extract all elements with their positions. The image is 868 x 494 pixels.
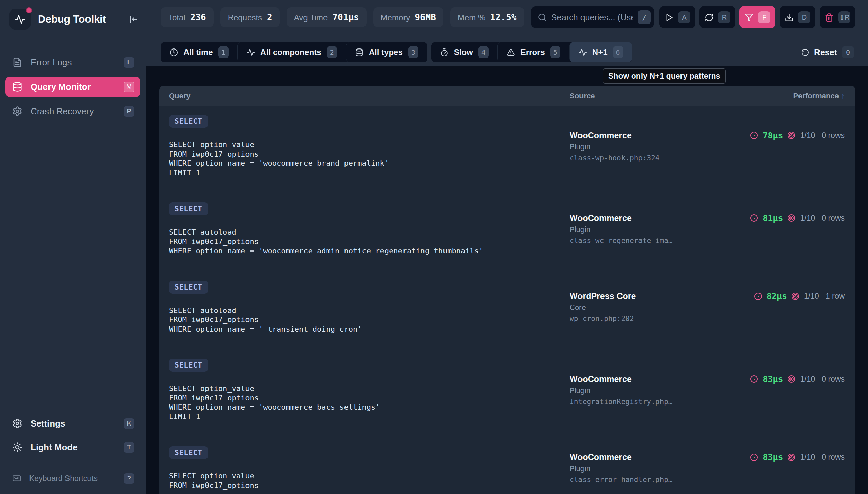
sidebar-item-keyboard-shortcuts[interactable]: Keyboard Shortcuts ? [5, 470, 140, 487]
shortcut-badge: K [124, 418, 134, 429]
refresh-button[interactable]: R [699, 6, 735, 28]
stat-avg-time: Avg Time 701µs [287, 7, 367, 27]
performance-cell: 81µs 1/10 0 rows [750, 213, 845, 223]
source-file: wp-cron.php:202 [570, 314, 636, 323]
filter-all-components[interactable]: All components 2 [237, 42, 346, 62]
stopwatch-icon [440, 48, 448, 57]
column-header-performance[interactable]: Performance ↑ [793, 92, 855, 100]
shortcut-badge: 4 [478, 46, 488, 58]
play-icon [664, 13, 674, 22]
target-icon [787, 131, 795, 139]
sidebar-item-label: Keyboard Shortcuts [29, 474, 116, 483]
table-row[interactable]: SELECT SELECT option_value FROM iwp0c17_… [159, 106, 855, 194]
row-meta: WooCommerce Plugin class-error-handler.p… [570, 446, 845, 490]
dropdown-filters-group: All time 1 All components 2 All types 3 [161, 42, 427, 62]
filter-all-time[interactable]: All time 1 [161, 42, 237, 62]
column-header-query[interactable]: Query [159, 92, 570, 100]
shortcut-badge: 0 [842, 46, 854, 58]
clock-icon [754, 292, 762, 300]
rows-returned: 0 rows [822, 214, 845, 223]
activity-icon [247, 48, 255, 57]
sidebar-item-settings[interactable]: Settings K [5, 414, 140, 433]
clock-icon [750, 375, 758, 383]
stat-value: 2 [267, 12, 272, 22]
shortcut-badge: 2 [327, 46, 337, 58]
reset-filters-button[interactable]: Reset 0 [799, 42, 855, 62]
collapse-sidebar-icon [128, 15, 138, 24]
database-icon [355, 48, 364, 57]
sidebar-item-crash-recovery[interactable]: Crash Recovery P [5, 101, 140, 121]
activity-icon [15, 14, 25, 25]
table-row[interactable]: SELECT SELECT option_value FROM iwp0c17_… [159, 350, 855, 437]
sidebar-item-error-logs[interactable]: Error Logs L [5, 52, 140, 73]
filter-label: N+1 [592, 48, 607, 57]
query-ratio: 1/10 [800, 214, 815, 223]
performance-cell: 83µs 1/10 0 rows [750, 452, 845, 462]
download-button[interactable]: D [779, 6, 815, 28]
stat-label: Mem % [458, 13, 485, 22]
filter-label: Slow [454, 48, 473, 57]
run-button[interactable]: A [659, 6, 695, 28]
filter-label: All time [184, 48, 213, 57]
query-cell: SELECT SELECT option_value FROM iwp0c17_… [169, 115, 570, 177]
rows-returned: 1 row [826, 291, 845, 301]
sidebar-nav: Error Logs L Query Monitor M Crash Recov… [5, 52, 140, 121]
database-icon [12, 82, 22, 92]
table-row[interactable]: SELECT SELECT autoload FROM iwp0c17_opti… [159, 194, 855, 272]
sql-text: SELECT option_value FROM iwp0c17_options [169, 471, 570, 490]
search-shortcut-badge: / [638, 10, 651, 24]
source-cell: WooCommerce Plugin class-wp-hook.php:324 [570, 130, 660, 163]
shortcut-badge: ? [124, 473, 134, 484]
column-header-source[interactable]: Source [570, 92, 793, 100]
query-cell: SELECT SELECT autoload FROM iwp0c17_opti… [169, 281, 570, 334]
row-meta: WordPress Core Core wp-cron.php:202 82µs… [570, 281, 845, 334]
source-file: class-error-handler.php… [570, 475, 672, 484]
query-cell: SELECT SELECT option_value FROM iwp0c17_… [169, 446, 570, 490]
filter-errors[interactable]: Errors 5 [497, 42, 569, 62]
sql-text: SELECT autoload FROM iwp0c17_options WHE… [169, 228, 570, 255]
sidebar-header: Debug Toolkit [5, 9, 140, 30]
sidebar-footer: Settings K Light Mode T Keyboard Shortcu… [5, 414, 140, 487]
query-time: 83µs [763, 374, 783, 384]
gear-icon [12, 106, 22, 116]
keyboard-icon [12, 474, 21, 483]
stat-label: Requests [228, 13, 262, 22]
top-bar: Total 236 Requests 2 Avg Time 701µs Memo… [161, 5, 855, 29]
warning-triangle-icon [506, 48, 515, 57]
clear-queries-button[interactable]: ⇧R [819, 6, 855, 28]
sidebar-item-query-monitor[interactable]: Query Monitor M [5, 77, 140, 97]
source-file: class-wc-regenerate-ima… [570, 236, 672, 246]
filter-funnel-icon [745, 13, 754, 22]
filter-toolbar: All time 1 All components 2 All types 3 … [161, 42, 855, 62]
filter-label: All types [369, 48, 403, 57]
sidebar: Debug Toolkit Error Logs L Query Monitor… [0, 0, 146, 494]
refresh-icon [705, 13, 714, 22]
query-type-badge: SELECT [169, 359, 208, 372]
stat-value: 701µs [332, 12, 359, 22]
rotate-ccw-icon [801, 48, 809, 57]
sidebar-collapse-button[interactable] [126, 12, 140, 27]
search-input[interactable]: Search queries... (Use +te / [531, 6, 654, 28]
table-row[interactable]: SELECT SELECT autoload FROM iwp0c17_opti… [159, 272, 855, 350]
header-actions: A R F D ⇧R [659, 6, 855, 28]
query-ratio: 1/10 [804, 291, 819, 301]
filter-label: All components [261, 48, 322, 57]
query-type-badge: SELECT [169, 281, 208, 293]
gear-icon [12, 418, 22, 429]
clock-icon [750, 453, 758, 461]
query-ratio: 1/10 [800, 375, 815, 384]
sidebar-item-light-mode[interactable]: Light Mode T [5, 438, 140, 457]
clock-icon [170, 48, 178, 57]
shortcut-badge: 3 [408, 46, 419, 58]
stat-requests: Requests 2 [220, 7, 280, 27]
shortcut-badge: 6 [613, 46, 623, 58]
rows-returned: 0 rows [822, 131, 845, 140]
target-icon [787, 214, 795, 222]
filter-button[interactable]: F [739, 6, 775, 28]
filter-slow[interactable]: Slow 4 [431, 42, 497, 62]
filter-all-types[interactable]: All types 3 [346, 42, 427, 62]
shortcut-badge: P [124, 106, 134, 117]
app-title: Debug Toolkit [38, 13, 118, 25]
filter-n-plus-one[interactable]: N+1 6 [569, 42, 632, 62]
table-row[interactable]: SELECT SELECT option_value FROM iwp0c17_… [159, 437, 855, 494]
